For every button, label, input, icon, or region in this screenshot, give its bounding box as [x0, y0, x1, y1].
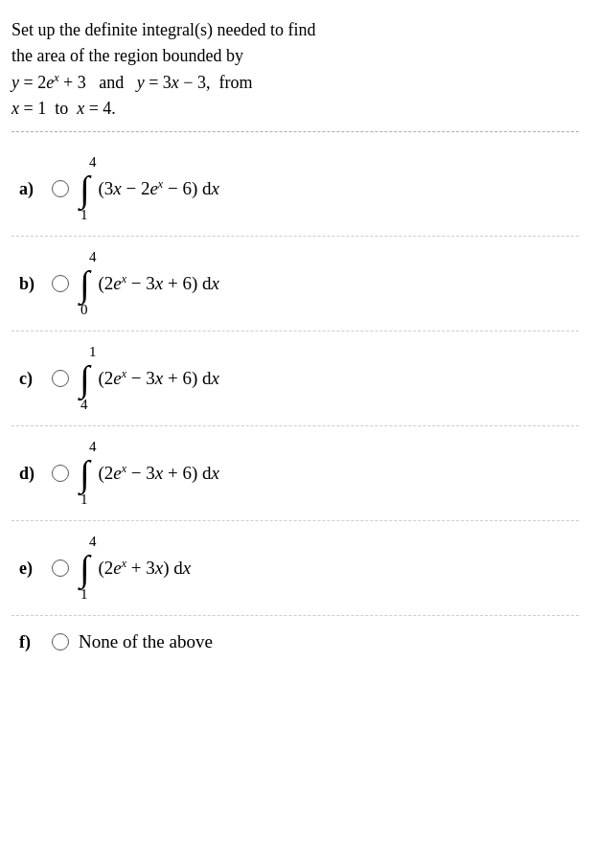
option-f: f) None of the above [11, 616, 579, 668]
option-a-integrand: (3x − 2ex − 6) dx [98, 176, 218, 202]
option-f-label: f) [19, 632, 48, 652]
option-b-label: b) [19, 274, 48, 294]
option-d-integrand: (2ex − 3x + 6) dx [98, 461, 218, 487]
option-a-int-symbol: ∫ [80, 171, 89, 207]
option-c-expr: 1 ∫ 4 (2ex − 3x + 6) dx [79, 345, 219, 412]
option-d: d) 4 ∫ 1 (2ex − 3x + 6) dx [11, 426, 579, 521]
question-line1: Set up the definite integral(s) needed t… [11, 17, 579, 43]
option-d-upper: 4 [89, 440, 97, 454]
option-e-expr: 4 ∫ 1 (2ex + 3x) dx [79, 535, 191, 602]
option-c: c) 1 ∫ 4 (2ex − 3x + 6) dx [11, 331, 579, 426]
option-a-expr: 4 ∫ 1 (3x − 2ex − 6) dx [79, 155, 219, 222]
option-d-label: d) [19, 464, 48, 484]
option-e-integrand: (2ex + 3x) dx [98, 556, 191, 582]
option-e-int-symbol: ∫ [80, 550, 89, 586]
option-b-expr: 4 ∫ 0 (2ex − 3x + 6) dx [79, 250, 219, 317]
question-line2: the area of the region bounded by [11, 43, 579, 69]
option-c-label: c) [19, 369, 48, 389]
question-line4: x = 1 to x = 4. [11, 96, 579, 122]
option-a-lower: 1 [80, 208, 88, 222]
option-d-expr: 4 ∫ 1 (2ex − 3x + 6) dx [79, 440, 219, 507]
option-b-upper: 4 [89, 250, 97, 264]
option-a-upper: 4 [89, 155, 97, 170]
option-b-integrand: (2ex − 3x + 6) dx [98, 271, 218, 297]
option-d-lower: 1 [80, 492, 88, 507]
option-a-label: a) [19, 179, 48, 199]
option-e-radio[interactable] [52, 560, 69, 577]
option-c-upper: 1 [89, 345, 97, 359]
option-c-radio[interactable] [52, 370, 69, 387]
option-b: b) 4 ∫ 0 (2ex − 3x + 6) dx [11, 237, 579, 331]
option-b-int-symbol: ∫ [80, 265, 89, 302]
question-text: Set up the definite integral(s) needed t… [11, 17, 579, 132]
question-line3: y = 2ex + 3 and y = 3x − 3, from [11, 69, 579, 96]
option-b-lower: 0 [80, 303, 88, 317]
option-a-radio[interactable] [52, 180, 69, 197]
option-a: a) 4 ∫ 1 (3x − 2ex − 6) dx [11, 142, 579, 237]
option-d-int-symbol: ∫ [80, 455, 89, 491]
option-b-radio[interactable] [52, 275, 69, 292]
option-c-integrand: (2ex − 3x + 6) dx [98, 366, 218, 392]
option-f-radio[interactable] [52, 633, 69, 651]
option-e-lower: 1 [80, 587, 88, 602]
option-c-lower: 4 [80, 398, 88, 412]
option-c-int-symbol: ∫ [80, 360, 89, 397]
option-e-label: e) [19, 559, 48, 579]
option-e-upper: 4 [89, 535, 97, 549]
option-f-text: None of the above [79, 631, 213, 652]
option-e: e) 4 ∫ 1 (2ex + 3x) dx [11, 521, 579, 616]
option-d-radio[interactable] [52, 465, 69, 482]
